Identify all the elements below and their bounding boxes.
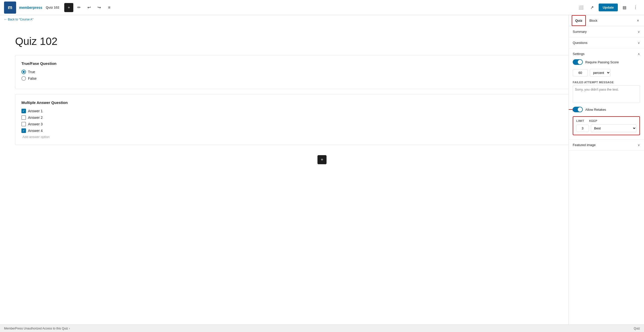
bottom-chevron: ›	[69, 327, 70, 330]
add-block-toolbar-button[interactable]: +	[64, 3, 73, 12]
quiz-status-label: Quiz	[634, 327, 640, 330]
checkbox-answer3[interactable]: Answer 3	[21, 122, 623, 126]
score-input[interactable]	[573, 69, 588, 76]
question-block: True/Fase Question True False	[15, 55, 629, 89]
editor-area: Quiz 102 True/Fase Question True False M…	[0, 25, 644, 332]
settings-chevron: ∧	[638, 52, 640, 56]
sidebar: Quiz Block × Summary ∨ Questions ∨ Setti…	[568, 15, 644, 324]
bottom-bar: MemberPress Unauthorized Access to this …	[0, 324, 644, 332]
edit-button[interactable]: ✏	[74, 3, 83, 12]
radio-false[interactable]	[21, 76, 26, 81]
sidebar-toggle-button[interactable]: ▤	[620, 3, 629, 12]
checkbox-answer2[interactable]: Answer 2	[21, 115, 623, 120]
section-questions: Questions ∨	[569, 37, 644, 48]
questions-header[interactable]: Questions ∨	[569, 37, 644, 48]
summary-header[interactable]: Summary ∨	[569, 26, 644, 37]
questions-label: Questions	[573, 41, 588, 45]
radio-option-false[interactable]: False	[21, 76, 623, 81]
checkbox-2[interactable]	[21, 115, 26, 120]
external-link-icon[interactable]: ↗	[588, 3, 597, 12]
checkbox-4[interactable]: ✓	[21, 128, 26, 133]
settings-content: Require Passing Score percent points FAI…	[569, 59, 644, 139]
score-row: percent points	[573, 69, 640, 77]
sidebar-tabs: Quiz Block ×	[569, 15, 644, 26]
keep-label: KEEP	[589, 119, 597, 122]
answer1-label: Answer 1	[28, 109, 43, 113]
undo-button[interactable]: ↩	[84, 3, 93, 12]
update-button[interactable]: Update	[599, 4, 618, 11]
settings-label: Settings	[573, 52, 585, 56]
featured-image-label: Featured image	[573, 143, 596, 147]
limit-keep-box: LIMIT KEEP Best Last First	[573, 116, 640, 135]
failed-attempt-textarea[interactable]	[573, 85, 640, 103]
questions-chevron: ∨	[638, 41, 640, 45]
radio-false-label: False	[28, 76, 37, 80]
logo: m	[4, 2, 16, 14]
preview-icon[interactable]: ⬜	[576, 3, 586, 12]
summary-chevron: ∨	[638, 30, 640, 34]
checkbox-answer1[interactable]: ✓ Answer 1	[21, 109, 623, 113]
limit-keep-inputs: Best Last First	[576, 124, 636, 132]
main-layout: Quiz 102 True/Fase Question True False M…	[0, 25, 644, 332]
multiple-answer-title: Multiple Answer Question	[21, 100, 623, 105]
top-bar-right: ⬜ ↗ Update ▤ ⋮	[576, 3, 640, 12]
menu-button[interactable]: ≡	[105, 3, 114, 12]
add-answer-option[interactable]: Add answer option	[21, 135, 623, 139]
limit-keep-headers: LIMIT KEEP	[576, 119, 636, 122]
question-title: True/Fase Question	[21, 61, 623, 66]
limit-input[interactable]	[576, 125, 589, 132]
allow-retakes-label: Allow Retakes	[585, 108, 606, 112]
require-passing-score-label: Require Passing Score	[585, 60, 619, 64]
radio-true-label: True	[28, 70, 35, 74]
arrow-line	[568, 109, 573, 110]
radio-option-true[interactable]: True	[21, 70, 623, 74]
checkbox-3[interactable]	[21, 122, 26, 126]
featured-image-header[interactable]: Featured image ∨	[569, 140, 644, 150]
quiz-title[interactable]: Quiz 102	[15, 35, 629, 47]
unauthorized-label: MemberPress Unauthorized Access to this …	[4, 327, 70, 330]
retakes-container: ▶ Allow Retakes	[573, 107, 640, 112]
failed-attempt-label: FAILED ATTEMPT MESSAGE	[573, 81, 640, 84]
answer2-label: Answer 2	[28, 116, 43, 120]
keep-select[interactable]: Best Last First	[591, 124, 636, 132]
multiple-answer-block: Multiple Answer Question ✓ Answer 1 Answ…	[15, 94, 629, 145]
redo-button[interactable]: ↪	[94, 3, 104, 12]
close-sidebar-button[interactable]: ×	[635, 18, 641, 24]
require-passing-score-toggle[interactable]	[573, 59, 583, 65]
radio-true[interactable]	[21, 70, 26, 74]
answer4-label: Answer 4	[28, 129, 43, 133]
more-options-button[interactable]: ⋮	[631, 3, 640, 12]
add-block-button[interactable]: +	[317, 155, 327, 164]
score-unit-select[interactable]: percent points	[590, 69, 610, 77]
brand-name: memberpress Quiz 102	[19, 6, 59, 10]
allow-retakes-toggle[interactable]	[573, 107, 583, 112]
answer3-label: Answer 3	[28, 122, 43, 126]
require-passing-score-row: Require Passing Score	[573, 59, 640, 65]
limit-label: LIMIT	[576, 119, 584, 122]
summary-label: Summary	[573, 30, 587, 34]
back-link[interactable]: ← Back to "Course A"	[0, 16, 38, 23]
section-settings: Settings ∧ Require Passing Score percent…	[569, 48, 644, 140]
checkbox-answer4[interactable]: ✓ Answer 4	[21, 128, 623, 133]
section-featured-image: Featured image ∨	[569, 140, 644, 151]
settings-header[interactable]: Settings ∧	[569, 48, 644, 59]
allow-retakes-row: Allow Retakes	[573, 107, 640, 112]
toolbar: + ✏ ↩ ↪ ≡	[64, 3, 114, 12]
tab-quiz[interactable]: Quiz	[572, 15, 586, 26]
tab-block[interactable]: Block	[586, 15, 601, 26]
featured-image-chevron: ∨	[638, 143, 640, 147]
section-summary: Summary ∨	[569, 26, 644, 37]
top-bar: m memberpress Quiz 102 + ✏ ↩ ↪ ≡ ⬜ ↗ Upd…	[0, 0, 644, 15]
checkbox-1[interactable]: ✓	[21, 109, 26, 113]
